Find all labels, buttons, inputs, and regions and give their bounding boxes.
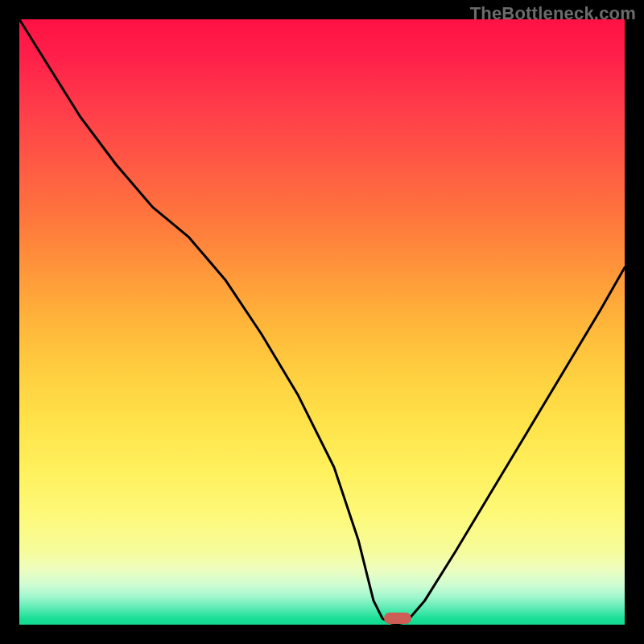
- bottleneck-curve: [19, 19, 625, 625]
- watermark-label: TheBottleneck.com: [470, 3, 636, 24]
- curve-path: [19, 19, 625, 625]
- chart-frame: TheBottleneck.com: [0, 0, 644, 644]
- optimal-marker: [384, 613, 411, 624]
- plot-area: [19, 19, 625, 625]
